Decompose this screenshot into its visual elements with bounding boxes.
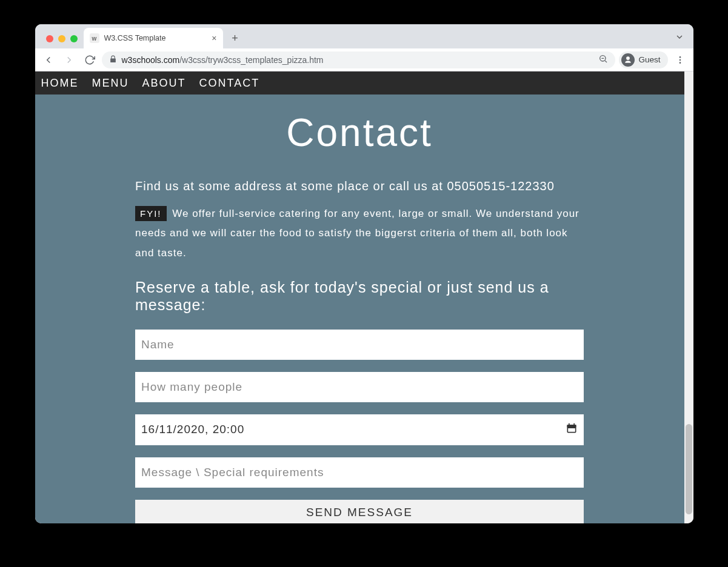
page-title: Contact: [135, 110, 584, 155]
browser-toolbar: w3schools.com/w3css/tryw3css_templates_p…: [35, 48, 693, 71]
scrollbar-track[interactable]: [684, 71, 693, 523]
name-input[interactable]: [135, 330, 584, 360]
browser-menu-button[interactable]: [672, 51, 689, 68]
page-content: HOME MENU ABOUT CONTACT Contact Find us …: [35, 71, 684, 523]
tab-title: W3.CSS Template: [104, 34, 207, 42]
svg-point-5: [679, 62, 681, 64]
send-message-button[interactable]: SEND MESSAGE: [135, 500, 584, 523]
profile-label: Guest: [638, 55, 660, 64]
fyi-paragraph: FYI! We offer full-service catering for …: [135, 204, 584, 263]
nav-contact[interactable]: CONTACT: [199, 77, 260, 90]
close-window-button[interactable]: [46, 35, 53, 42]
address-bar[interactable]: w3schools.com/w3css/tryw3css_templates_p…: [102, 51, 616, 68]
nav-menu[interactable]: MENU: [92, 77, 129, 90]
svg-rect-10: [568, 428, 575, 432]
viewport: HOME MENU ABOUT CONTACT Contact Find us …: [35, 71, 693, 523]
calendar-icon[interactable]: [566, 422, 578, 437]
lock-icon: [109, 55, 117, 65]
svg-line-1: [606, 61, 607, 62]
site-navbar: HOME MENU ABOUT CONTACT: [35, 71, 684, 94]
message-input[interactable]: [135, 457, 584, 488]
forward-button[interactable]: [61, 51, 78, 68]
minimize-window-button[interactable]: [58, 35, 65, 42]
zoom-icon[interactable]: [598, 54, 608, 65]
browser-window: w W3.CSS Template × + w3schools.com/w3cs…: [35, 24, 693, 523]
fyi-tag: FYI!: [135, 206, 167, 221]
window-controls: [42, 35, 84, 48]
contact-section: Contact Find us at some address at some …: [135, 94, 584, 523]
profile-button[interactable]: Guest: [619, 51, 667, 68]
close-tab-button[interactable]: ×: [212, 33, 216, 43]
fyi-text: We offer full-service catering for any e…: [135, 208, 579, 259]
contact-lead: Find us at some address at some place or…: [135, 179, 584, 193]
reload-button[interactable]: [81, 51, 98, 68]
datetime-input[interactable]: 16/11/2020, 20:00: [135, 414, 584, 445]
tab-strip: w W3.CSS Template × +: [35, 24, 693, 48]
reserve-heading: Reserve a table, ask for today's special…: [135, 279, 584, 314]
favicon-icon: w: [90, 33, 99, 43]
datetime-value: 16/11/2020, 20:00: [141, 423, 566, 436]
nav-about[interactable]: ABOUT: [142, 77, 186, 90]
svg-rect-7: [567, 425, 576, 427]
people-input[interactable]: [135, 372, 584, 402]
nav-home[interactable]: HOME: [41, 77, 79, 90]
svg-point-4: [679, 59, 681, 61]
tabstrip-chevron-button[interactable]: [669, 27, 690, 47]
new-tab-button[interactable]: +: [227, 30, 244, 47]
avatar-icon: [621, 53, 635, 67]
scrollbar-thumb[interactable]: [686, 424, 692, 514]
maximize-window-button[interactable]: [70, 35, 78, 42]
svg-point-3: [679, 56, 681, 58]
back-button[interactable]: [40, 51, 57, 68]
browser-tab[interactable]: w W3.CSS Template ×: [84, 28, 223, 48]
url-text: w3schools.com/w3css/tryw3css_templates_p…: [122, 55, 594, 65]
